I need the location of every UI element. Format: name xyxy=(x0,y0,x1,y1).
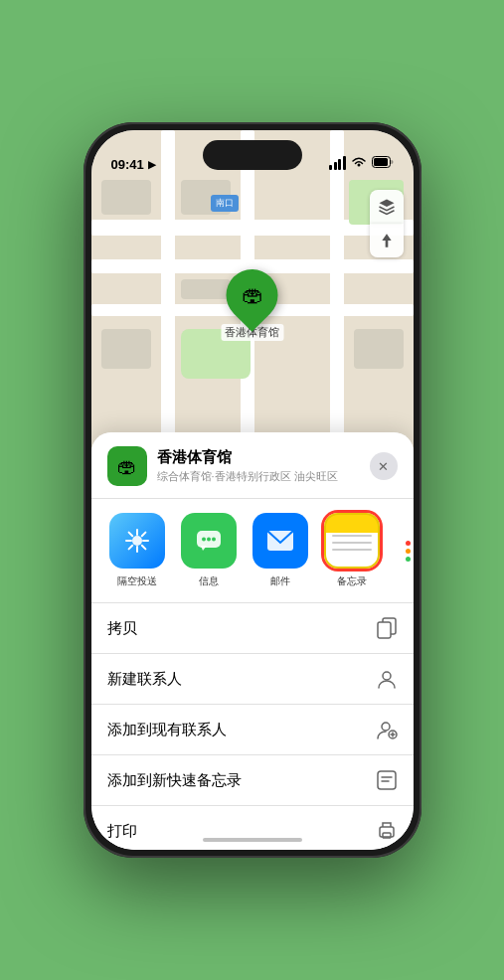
notes-line-2 xyxy=(332,542,372,544)
svg-point-5 xyxy=(207,538,211,542)
phone-frame: 09:41 ▶ xyxy=(84,122,421,858)
map-controls[interactable] xyxy=(370,190,404,257)
pin-stadium-icon: 🏟 xyxy=(242,282,263,308)
share-airdrop[interactable]: 隔空投送 xyxy=(107,513,167,588)
notes-lines-decoration xyxy=(332,535,372,551)
notes-line-3 xyxy=(332,549,372,551)
add-contact-icon xyxy=(376,719,398,740)
svg-rect-9 xyxy=(378,622,391,638)
location-button[interactable] xyxy=(370,224,404,257)
print-icon xyxy=(376,820,398,842)
print-label: 打印 xyxy=(107,822,137,841)
mail-icon xyxy=(252,513,308,569)
dynamic-island xyxy=(203,140,302,170)
sheet-header: 🏟 香港体育馆 综合体育馆·香港特别行政区 油尖旺区 ✕ xyxy=(91,432,414,499)
dot-orange xyxy=(406,549,411,554)
action-new-contact[interactable]: 新建联系人 xyxy=(91,654,414,705)
messages-label: 信息 xyxy=(199,574,219,588)
notes-line-1 xyxy=(332,535,372,537)
stadium-pin[interactable]: 🏟 香港体育馆 xyxy=(221,269,283,341)
venue-info: 香港体育馆 综合体育馆·香港特别行政区 油尖旺区 xyxy=(157,448,360,484)
svg-point-2 xyxy=(132,536,142,546)
signal-bar-3 xyxy=(338,159,341,170)
share-more-dots xyxy=(394,541,414,562)
quick-note-label: 添加到新快速备忘录 xyxy=(107,771,242,790)
new-contact-icon xyxy=(376,668,398,690)
mail-label: 邮件 xyxy=(270,574,290,588)
svg-rect-15 xyxy=(383,833,391,838)
map-block-4 xyxy=(101,329,151,369)
signal-bar-2 xyxy=(334,162,337,170)
status-icons xyxy=(329,154,394,172)
share-row: 隔空投送 信息 xyxy=(91,499,414,603)
svg-rect-13 xyxy=(378,771,396,789)
bottom-sheet: 🏟 香港体育馆 综合体育馆·香港特别行政区 油尖旺区 ✕ xyxy=(91,432,414,850)
signal-bars-icon xyxy=(329,156,346,170)
svg-point-6 xyxy=(212,538,216,542)
signal-bar-1 xyxy=(329,165,332,170)
status-time: 09:41 ▶ xyxy=(111,157,156,172)
svg-point-11 xyxy=(382,723,390,731)
notes-label: 备忘录 xyxy=(337,574,367,588)
airdrop-label: 隔空投送 xyxy=(117,574,157,588)
home-indicator xyxy=(203,838,302,842)
dot-green xyxy=(406,557,411,562)
dot-red xyxy=(406,541,411,546)
action-quick-note[interactable]: 添加到新快速备忘录 xyxy=(91,755,414,806)
messages-icon xyxy=(181,513,237,569)
venue-icon: 🏟 xyxy=(107,446,147,486)
svg-point-4 xyxy=(202,538,206,542)
action-list: 拷贝 新建联系人 添加到现有联系人 xyxy=(91,603,414,850)
dots-container xyxy=(406,541,411,562)
share-messages[interactable]: 信息 xyxy=(179,513,239,588)
close-button[interactable]: ✕ xyxy=(370,452,398,480)
action-copy[interactable]: 拷贝 xyxy=(91,603,414,654)
quick-note-icon xyxy=(376,769,398,791)
share-notes[interactable]: 备忘录 xyxy=(322,513,382,588)
new-contact-label: 新建联系人 xyxy=(107,670,182,689)
svg-point-10 xyxy=(383,672,391,680)
location-arrow-icon: ▶ xyxy=(148,159,156,170)
venue-name: 香港体育馆 xyxy=(157,448,360,467)
action-add-contact[interactable]: 添加到现有联系人 xyxy=(91,705,414,755)
add-contact-label: 添加到现有联系人 xyxy=(107,721,227,739)
notes-icon xyxy=(324,513,380,569)
copy-icon xyxy=(376,617,398,639)
phone-screen: 09:41 ▶ xyxy=(91,130,414,850)
battery-icon xyxy=(372,154,394,172)
airdrop-icon xyxy=(109,513,165,569)
signal-bar-4 xyxy=(343,156,346,170)
pin-circle: 🏟 xyxy=(216,258,289,332)
venue-subtitle: 综合体育馆·香港特别行政区 油尖旺区 xyxy=(157,469,360,484)
map-label: 南口 xyxy=(211,195,239,212)
time-display: 09:41 xyxy=(111,157,144,172)
map-block-1 xyxy=(101,180,151,215)
map-layers-button[interactable] xyxy=(370,190,404,224)
copy-label: 拷贝 xyxy=(107,619,137,638)
wifi-icon xyxy=(351,156,367,170)
svg-rect-1 xyxy=(374,158,388,166)
map-block-5 xyxy=(354,329,404,369)
action-print[interactable]: 打印 xyxy=(91,806,414,850)
svg-rect-14 xyxy=(380,827,394,837)
share-mail[interactable]: 邮件 xyxy=(251,513,310,588)
